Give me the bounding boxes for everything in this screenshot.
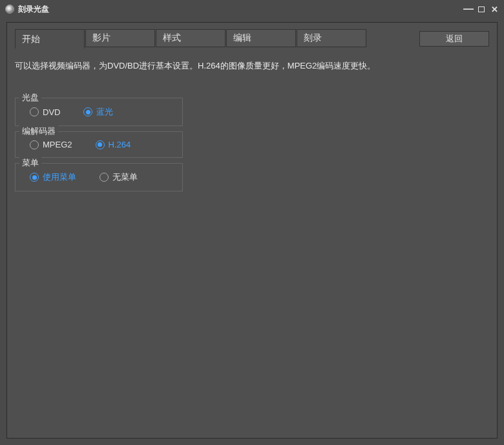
minimize-icon: — (463, 6, 474, 12)
description-text: 可以选择视频编码器，为DVD/BD进行基本设置。H.264的图像质量更好，MPE… (15, 60, 489, 72)
top-row: 开始 影片 样式 编辑 刻录 返回 (15, 29, 489, 49)
options-area: 光盘 DVD 蓝光 编解码器 MPEG2 (15, 98, 489, 197)
radio-icon (30, 173, 39, 182)
radio-icon (96, 140, 105, 149)
radio-label: 使用菜单 (43, 171, 76, 183)
codec-radio-row: MPEG2 H.264 (25, 140, 173, 149)
radio-label: MPEG2 (43, 140, 72, 149)
maximize-icon (478, 6, 485, 12)
codec-group-label: 编解码器 (19, 125, 58, 137)
radio-bluray[interactable]: 蓝光 (83, 106, 113, 118)
tab-movie[interactable]: 影片 (85, 29, 155, 47)
return-button[interactable]: 返回 (419, 31, 489, 47)
radio-icon (30, 140, 39, 149)
tab-burn[interactable]: 刻录 (297, 29, 366, 47)
radio-h264[interactable]: H.264 (96, 140, 131, 149)
window-controls: — ✕ (464, 5, 499, 14)
radio-mpeg2[interactable]: MPEG2 (30, 140, 72, 149)
main-window: 刻录光盘 — ✕ 开始 影片 样式 编辑 刻录 返回 可以选择视频编码器，为DV… (0, 0, 504, 445)
disc-group-label: 光盘 (19, 92, 41, 103)
content-area: 开始 影片 样式 编辑 刻录 返回 可以选择视频编码器，为DVD/BD进行基本设… (6, 22, 498, 439)
radio-use-menu[interactable]: 使用菜单 (30, 171, 76, 183)
disc-radio-row: DVD 蓝光 (25, 106, 173, 118)
close-button[interactable]: ✕ (490, 5, 499, 14)
titlebar-left: 刻录光盘 (5, 4, 49, 15)
window-title: 刻录光盘 (18, 4, 49, 15)
radio-label: DVD (43, 107, 60, 117)
tab-edit[interactable]: 编辑 (226, 29, 296, 47)
codec-group: 编解码器 MPEG2 H.264 (15, 131, 183, 158)
radio-icon (100, 173, 109, 182)
tab-style[interactable]: 样式 (156, 29, 226, 47)
radio-label: 无菜单 (112, 171, 138, 183)
maximize-button[interactable] (477, 5, 486, 14)
radio-icon (83, 107, 92, 116)
radio-icon (30, 107, 39, 116)
disc-icon (5, 5, 14, 14)
minimize-button[interactable]: — (464, 5, 473, 14)
menu-radio-row: 使用菜单 无菜单 (25, 171, 173, 183)
tab-start[interactable]: 开始 (15, 29, 85, 49)
radio-no-menu[interactable]: 无菜单 (100, 171, 138, 183)
disc-group: 光盘 DVD 蓝光 (15, 98, 183, 126)
tab-bar: 开始 影片 样式 编辑 刻录 (15, 29, 367, 49)
menu-group-label: 菜单 (19, 157, 41, 169)
titlebar: 刻录光盘 — ✕ (0, 0, 504, 18)
close-icon: ✕ (491, 5, 498, 14)
menu-group: 菜单 使用菜单 无菜单 (15, 163, 183, 191)
radio-dvd[interactable]: DVD (30, 107, 60, 117)
radio-label: 蓝光 (96, 106, 113, 118)
radio-label: H.264 (109, 140, 131, 149)
